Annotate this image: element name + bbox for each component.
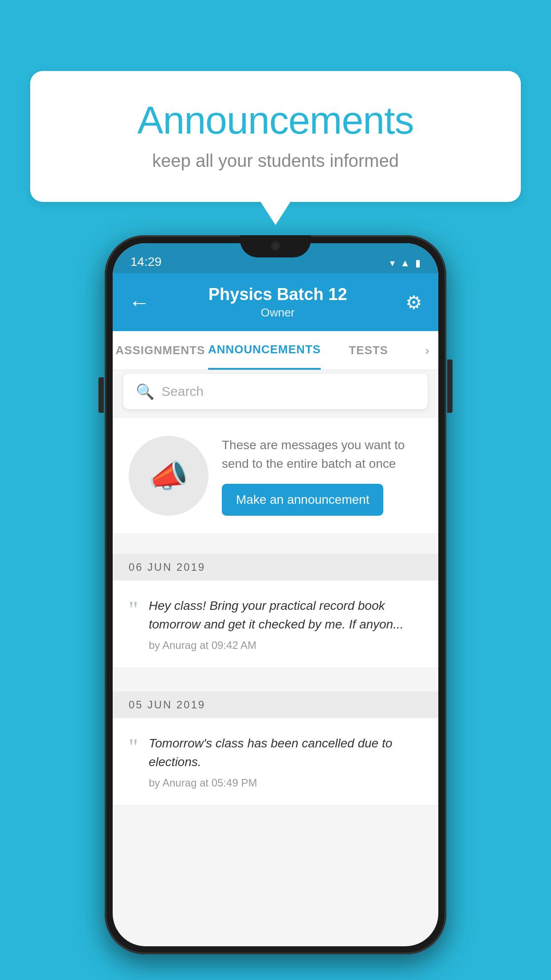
header-center: Physics Batch 12 Owner: [209, 285, 347, 320]
settings-icon[interactable]: ⚙: [405, 292, 422, 313]
search-placeholder: Search: [161, 384, 204, 399]
promo-content: These are messages you want to send to t…: [222, 436, 422, 516]
tab-tests[interactable]: TESTS: [321, 331, 416, 370]
promo-description: These are messages you want to send to t…: [222, 436, 422, 473]
tab-more[interactable]: ›: [416, 344, 438, 358]
date-text-2: 05 JUN 2019: [129, 699, 205, 711]
make-announcement-button[interactable]: Make an announcement: [222, 484, 383, 516]
header-title: Physics Batch 12: [209, 285, 347, 304]
battery-icon: ▮: [415, 257, 421, 269]
ann-meta-1: by Anurag at 09:42 AM: [149, 639, 422, 652]
megaphone-icon: 📣: [149, 457, 189, 495]
tabs-container: ASSIGNMENTS ANNOUNCEMENTS TESTS ›: [113, 331, 438, 370]
ann-message-1: Hey class! Bring your practical record b…: [149, 597, 422, 634]
back-button[interactable]: ←: [129, 290, 150, 315]
status-icons: ▾ ▲ ▮: [390, 257, 421, 269]
tab-announcements[interactable]: ANNOUNCEMENTS: [208, 331, 321, 370]
ann-content-2: Tomorrow's class has been cancelled due …: [149, 734, 422, 789]
date-divider-2: 05 JUN 2019: [113, 692, 438, 718]
announcement-item-1[interactable]: " Hey class! Bring your practical record…: [113, 581, 438, 668]
phone-notch: [240, 235, 311, 257]
quote-icon-2: ": [129, 736, 138, 759]
quote-icon-1: ": [129, 598, 138, 621]
wifi-icon: ▾: [390, 257, 395, 269]
date-text-1: 06 JUN 2019: [129, 561, 205, 573]
ann-meta-2: by Anurag at 05:49 PM: [149, 777, 422, 789]
app-header: ← Physics Batch 12 Owner ⚙: [113, 273, 438, 331]
search-icon: 🔍: [136, 383, 154, 400]
speech-bubble-section: Announcements keep all your students inf…: [30, 71, 521, 202]
phone-mockup: 14:29 ▾ ▲ ▮ ← Physics Batch 12 Owner ⚙: [105, 235, 446, 954]
camera: [270, 241, 281, 251]
promo-icon-circle: 📣: [129, 436, 209, 516]
status-time: 14:29: [130, 255, 161, 269]
bubble-title: Announcements: [66, 98, 485, 143]
tab-assignments[interactable]: ASSIGNMENTS: [113, 331, 208, 370]
promo-card: 📣 These are messages you want to send to…: [113, 418, 438, 534]
announcement-item-2[interactable]: " Tomorrow's class has been cancelled du…: [113, 718, 438, 806]
header-subtitle: Owner: [209, 306, 347, 320]
date-divider-1: 06 JUN 2019: [113, 554, 438, 581]
ann-content-1: Hey class! Bring your practical record b…: [149, 597, 422, 652]
search-bar[interactable]: 🔍 Search: [123, 374, 428, 409]
ann-message-2: Tomorrow's class has been cancelled due …: [149, 734, 422, 771]
speech-bubble-card: Announcements keep all your students inf…: [30, 71, 521, 202]
bubble-subtitle: keep all your students informed: [66, 151, 485, 171]
phone-outer: 14:29 ▾ ▲ ▮ ← Physics Batch 12 Owner ⚙: [105, 235, 446, 954]
phone-screen: 14:29 ▾ ▲ ▮ ← Physics Batch 12 Owner ⚙: [113, 243, 438, 946]
signal-icon: ▲: [400, 257, 410, 269]
